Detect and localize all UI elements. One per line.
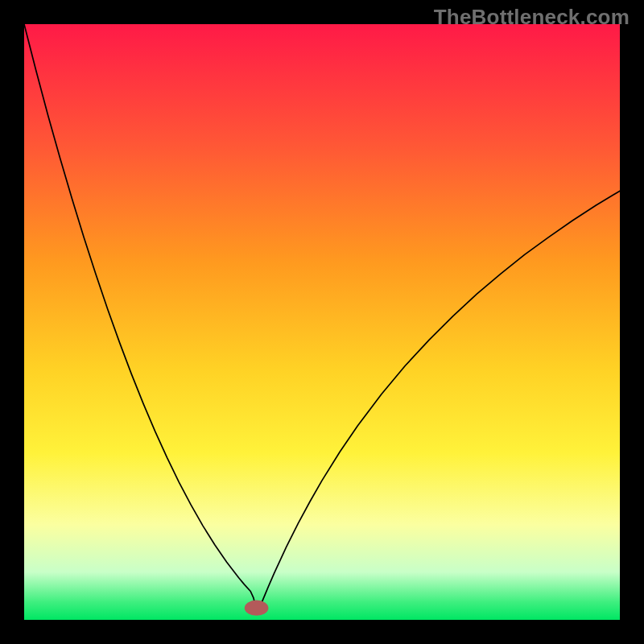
target-marker [245, 601, 269, 616]
plot-area [24, 24, 620, 620]
chart-frame: TheBottleneck.com [0, 0, 644, 644]
watermark-label: TheBottleneck.com [434, 5, 630, 30]
bottleneck-chart [24, 24, 620, 620]
gradient-background [24, 24, 620, 620]
